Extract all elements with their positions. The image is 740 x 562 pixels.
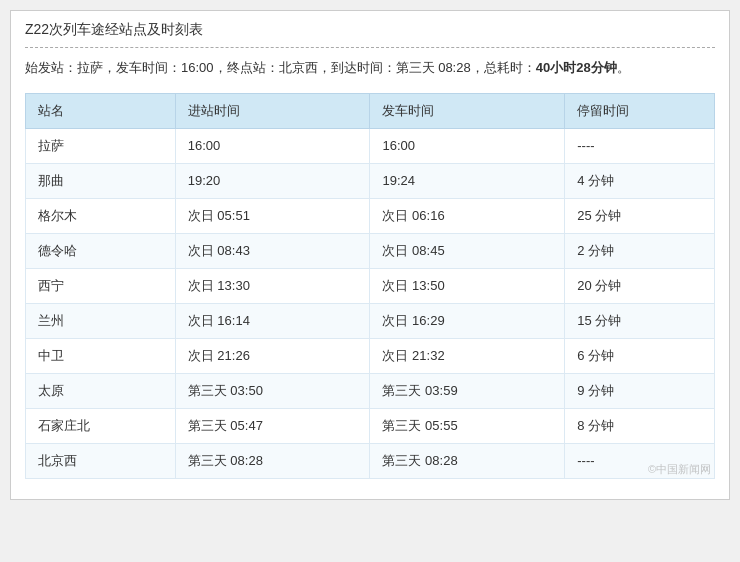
cell-station: 石家庄北 (26, 408, 176, 443)
cell-arrive: 19:20 (175, 163, 370, 198)
start-station-label: 始发站： (25, 60, 77, 75)
summary-suffix: 。 (617, 60, 630, 75)
cell-arrive: 次日 05:51 (175, 198, 370, 233)
cell-depart: 第三天 08:28 (370, 443, 565, 478)
cell-stay: 6 分钟 (565, 338, 715, 373)
cell-stay: 9 分钟 (565, 373, 715, 408)
cell-arrive: 次日 13:30 (175, 268, 370, 303)
end-station: 北京西 (279, 60, 318, 75)
table-header-cell: 发车时间 (370, 93, 565, 128)
cell-depart: 次日 13:50 (370, 268, 565, 303)
cell-arrive: 16:00 (175, 128, 370, 163)
cell-arrive: 次日 08:43 (175, 233, 370, 268)
table-row: 北京西第三天 08:28第三天 08:28---- (26, 443, 715, 478)
table-row: 拉萨16:0016:00---- (26, 128, 715, 163)
cell-arrive: 次日 21:26 (175, 338, 370, 373)
cell-station: 那曲 (26, 163, 176, 198)
cell-station: 拉萨 (26, 128, 176, 163)
end-station-label: ，终点站： (214, 60, 279, 75)
cell-stay: 8 分钟 (565, 408, 715, 443)
watermark-text: ©中国新闻网 (648, 462, 711, 477)
cell-arrive: 次日 16:14 (175, 303, 370, 338)
table-row: 石家庄北第三天 05:47第三天 05:558 分钟 (26, 408, 715, 443)
schedule-table: 站名进站时间发车时间停留时间 拉萨16:0016:00----那曲19:2019… (25, 93, 715, 479)
cell-station: 兰州 (26, 303, 176, 338)
page-title: Z22次列车途经站点及时刻表 (25, 21, 715, 48)
cell-depart: 次日 16:29 (370, 303, 565, 338)
arrive-time-label: ，到达时间： (318, 60, 396, 75)
cell-stay: ---- (565, 128, 715, 163)
cell-station: 德令哈 (26, 233, 176, 268)
cell-arrive: 第三天 05:47 (175, 408, 370, 443)
table-header-cell: 进站时间 (175, 93, 370, 128)
table-row: 德令哈次日 08:43次日 08:452 分钟 (26, 233, 715, 268)
cell-station: 西宁 (26, 268, 176, 303)
depart-time-label: ，发车时间： (103, 60, 181, 75)
table-header-cell: 停留时间 (565, 93, 715, 128)
cell-stay: 25 分钟 (565, 198, 715, 233)
main-container: Z22次列车途经站点及时刻表 始发站：拉萨，发车时间：16:00，终点站：北京西… (10, 10, 730, 500)
table-body: 拉萨16:0016:00----那曲19:2019:244 分钟格尔木次日 05… (26, 128, 715, 478)
cell-depart: 次日 08:45 (370, 233, 565, 268)
cell-depart: 次日 06:16 (370, 198, 565, 233)
cell-depart: 第三天 03:59 (370, 373, 565, 408)
cell-depart: 16:00 (370, 128, 565, 163)
table-header-row: 站名进站时间发车时间停留时间 (26, 93, 715, 128)
total-time-label: ，总耗时： (471, 60, 536, 75)
total-time: 40小时28分钟 (536, 60, 617, 75)
cell-depart: 第三天 05:55 (370, 408, 565, 443)
summary: 始发站：拉萨，发车时间：16:00，终点站：北京西，到达时间：第三天 08:28… (25, 58, 715, 79)
start-station: 拉萨 (77, 60, 103, 75)
cell-stay: 2 分钟 (565, 233, 715, 268)
arrive-time: 第三天 08:28 (396, 60, 471, 75)
table-row: 西宁次日 13:30次日 13:5020 分钟 (26, 268, 715, 303)
cell-station: 太原 (26, 373, 176, 408)
cell-depart: 次日 21:32 (370, 338, 565, 373)
table-row: 格尔木次日 05:51次日 06:1625 分钟 (26, 198, 715, 233)
cell-stay: 4 分钟 (565, 163, 715, 198)
table-row: 中卫次日 21:26次日 21:326 分钟 (26, 338, 715, 373)
table-header-cell: 站名 (26, 93, 176, 128)
cell-stay: 20 分钟 (565, 268, 715, 303)
cell-stay: 15 分钟 (565, 303, 715, 338)
table-row: 兰州次日 16:14次日 16:2915 分钟 (26, 303, 715, 338)
table-wrapper: 站名进站时间发车时间停留时间 拉萨16:0016:00----那曲19:2019… (25, 93, 715, 479)
cell-arrive: 第三天 08:28 (175, 443, 370, 478)
table-row: 太原第三天 03:50第三天 03:599 分钟 (26, 373, 715, 408)
cell-depart: 19:24 (370, 163, 565, 198)
cell-station: 中卫 (26, 338, 176, 373)
table-row: 那曲19:2019:244 分钟 (26, 163, 715, 198)
cell-arrive: 第三天 03:50 (175, 373, 370, 408)
cell-station: 格尔木 (26, 198, 176, 233)
depart-time: 16:00 (181, 60, 214, 75)
cell-station: 北京西 (26, 443, 176, 478)
